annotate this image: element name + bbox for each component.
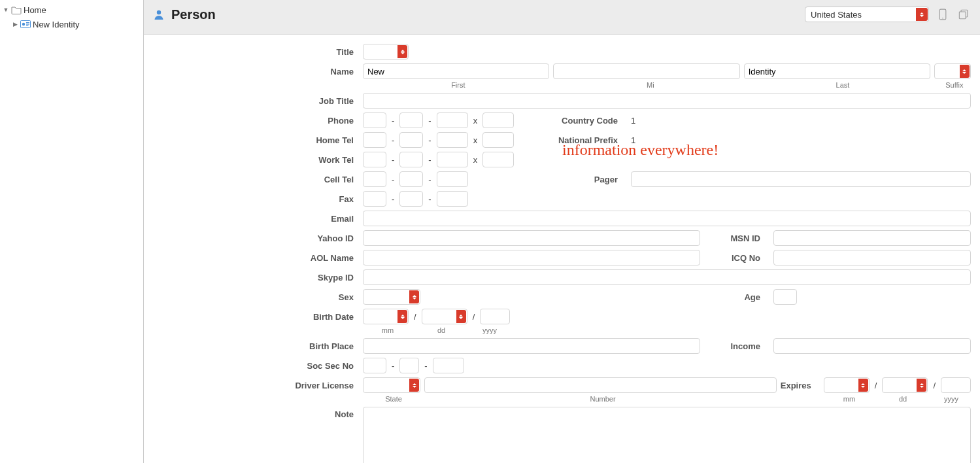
dl-exp-mm-select[interactable] xyxy=(824,377,870,393)
fax-2[interactable] xyxy=(399,191,423,207)
phone-3[interactable] xyxy=(437,112,468,128)
dl-exp-dd-select[interactable] xyxy=(882,377,928,393)
label-national-prefix: National Prefix xyxy=(535,135,627,145)
label-country-code: Country Code xyxy=(535,116,627,126)
country-select[interactable]: United States xyxy=(805,7,929,22)
sublabel-last: Last xyxy=(747,81,938,89)
note-textarea[interactable] xyxy=(363,407,971,463)
tree-row-home[interactable]: ▼ Home xyxy=(0,3,143,17)
label-ssn: Soc Sec No xyxy=(144,361,363,371)
sublabel-first: First xyxy=(363,81,554,89)
ssn-2[interactable] xyxy=(399,358,419,373)
label-cell-tel: Cell Tel xyxy=(144,175,363,184)
aol-input[interactable] xyxy=(363,250,700,266)
birth-dd-select[interactable] xyxy=(422,309,467,324)
identity-icon xyxy=(20,20,31,29)
label-expires: Expires xyxy=(781,381,820,390)
label-phone: Phone xyxy=(144,116,363,126)
phone-ext[interactable] xyxy=(482,112,514,128)
country-code-value: 1 xyxy=(631,116,971,126)
dl-number-input[interactable] xyxy=(424,377,777,393)
sublabel-mi: Mi xyxy=(554,81,748,89)
sublabel-yyyy2: yyyy xyxy=(932,395,971,403)
worktel-2[interactable] xyxy=(399,152,423,167)
income-input[interactable] xyxy=(773,338,971,354)
last-name-input[interactable] xyxy=(744,63,930,79)
dl-exp-yyyy-input[interactable] xyxy=(941,377,971,393)
hometel-3[interactable] xyxy=(437,132,468,148)
label-age: Age xyxy=(704,292,769,302)
hometel-ext[interactable] xyxy=(482,132,514,148)
fax-1[interactable] xyxy=(363,191,386,207)
tree-row-new-identity[interactable]: ▶ New Identity xyxy=(0,17,143,31)
sublabel-dd2: dd xyxy=(874,395,932,403)
chevron-updown-icon xyxy=(858,379,868,392)
skype-input[interactable] xyxy=(363,269,971,285)
svg-point-1 xyxy=(22,23,25,26)
job-title-input[interactable] xyxy=(363,93,971,109)
msn-input[interactable] xyxy=(773,230,971,246)
device-button[interactable] xyxy=(936,7,950,22)
label-driver-license: Driver License xyxy=(144,381,363,390)
title-select[interactable] xyxy=(363,44,409,60)
label-name: Name xyxy=(144,67,363,77)
birth-mm-select[interactable] xyxy=(363,309,409,324)
label-yahoo: Yahoo ID xyxy=(144,233,363,243)
worktel-ext[interactable] xyxy=(482,152,514,167)
icq-input[interactable] xyxy=(773,250,971,266)
disclosure-right-icon[interactable]: ▶ xyxy=(12,21,18,27)
sublabel-dd: dd xyxy=(413,326,470,334)
worktel-3[interactable] xyxy=(437,152,468,167)
copy-button[interactable] xyxy=(956,7,971,22)
age-input[interactable] xyxy=(773,289,797,305)
ssn-1[interactable] xyxy=(363,358,386,373)
yahoo-input[interactable] xyxy=(363,230,700,246)
label-income: Income xyxy=(704,341,769,351)
page-title: Person xyxy=(171,7,216,22)
pager-input[interactable] xyxy=(631,171,971,187)
disclosure-down-icon[interactable]: ▼ xyxy=(3,7,9,13)
mi-input[interactable] xyxy=(553,63,739,79)
hometel-2[interactable] xyxy=(399,132,423,148)
chevron-updown-icon xyxy=(960,65,970,78)
email-input[interactable] xyxy=(363,211,971,226)
worktel-1[interactable] xyxy=(363,152,386,167)
chevron-updown-icon xyxy=(916,8,928,21)
dl-state-select[interactable] xyxy=(363,377,420,393)
label-skype: Skype ID xyxy=(144,273,363,283)
chevron-updown-icon xyxy=(917,379,926,392)
celltel-3[interactable] xyxy=(437,171,468,187)
phone-1[interactable] xyxy=(363,112,386,128)
national-prefix-value: 1 xyxy=(631,135,971,145)
header: Person United States xyxy=(144,0,980,35)
sublabel-mm2: mm xyxy=(824,395,874,403)
tree-label-new-identity: New Identity xyxy=(33,20,80,29)
celltel-2[interactable] xyxy=(399,171,423,187)
fax-3[interactable] xyxy=(437,191,468,207)
birth-yyyy-input[interactable] xyxy=(480,309,510,324)
label-pager: Pager xyxy=(562,175,627,184)
ssn-3[interactable] xyxy=(433,358,464,373)
person-icon xyxy=(153,9,165,20)
app-root: ▼ Home ▶ New Identity xyxy=(0,0,980,463)
phone-2[interactable] xyxy=(399,112,423,128)
suffix-select[interactable] xyxy=(934,63,971,79)
sublabel-suffix: Suffix xyxy=(938,81,971,89)
chevron-updown-icon xyxy=(456,310,466,323)
label-job-title: Job Title xyxy=(144,96,363,106)
hometel-1[interactable] xyxy=(363,132,386,148)
form-area: information everywhere! Title Name xyxy=(144,35,980,463)
country-select-value: United States xyxy=(811,10,862,20)
sex-select[interactable] xyxy=(363,289,420,305)
celltel-1[interactable] xyxy=(363,171,386,187)
sidebar: ▼ Home ▶ New Identity xyxy=(0,0,144,463)
sublabel-number: Number xyxy=(424,395,781,403)
sublabel-mm: mm xyxy=(363,326,413,334)
label-email: Email xyxy=(144,214,363,224)
label-msn: MSN ID xyxy=(704,233,769,243)
birth-place-input[interactable] xyxy=(363,338,700,354)
svg-point-5 xyxy=(157,10,161,14)
svg-rect-9 xyxy=(959,12,966,19)
first-name-input[interactable] xyxy=(363,63,549,79)
tree-label-home: Home xyxy=(24,5,46,15)
